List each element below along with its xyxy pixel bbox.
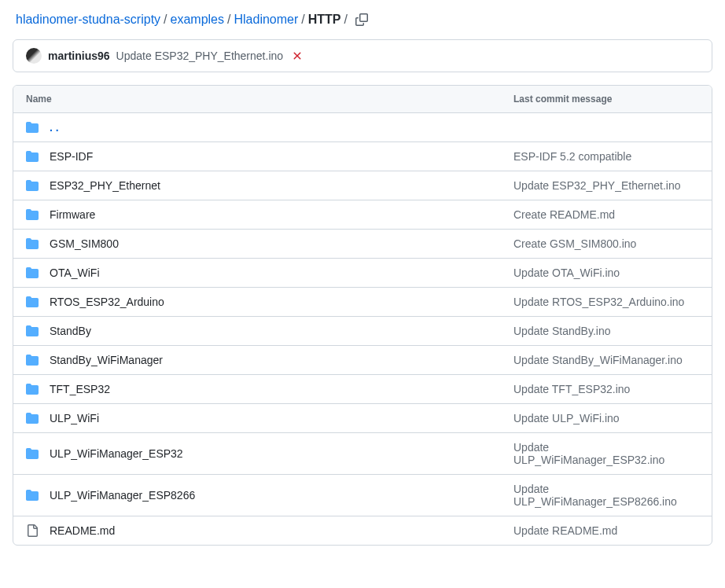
table-row[interactable]: ESP32_PHY_EthernetUpdate ESP32_PHY_Ether… — [13, 171, 712, 200]
latest-commit-bar[interactable]: martinius96 Update ESP32_PHY_Ethernet.in… — [13, 39, 712, 72]
table-row[interactable]: TFT_ESP32Update TFT_ESP32.ino — [13, 375, 712, 404]
column-header-commit: Last commit message — [513, 94, 699, 105]
folder-icon — [26, 150, 39, 163]
item-name: . . — [50, 121, 59, 134]
folder-icon — [26, 179, 39, 192]
folder-icon — [26, 208, 39, 221]
item-name[interactable]: StandBy_WiFiManager — [50, 354, 163, 366]
breadcrumb-separator: / — [344, 13, 348, 27]
table-row[interactable]: RTOS_ESP32_ArduinoUpdate RTOS_ESP32_Ardu… — [13, 288, 712, 317]
folder-icon — [26, 296, 39, 308]
commit-message[interactable]: Update ESP32_PHY_Ethernet.ino — [116, 50, 283, 62]
item-name[interactable]: GSM_SIM800 — [50, 237, 119, 250]
table-row[interactable]: StandByUpdate StandBy.ino — [13, 317, 712, 346]
folder-icon — [26, 489, 39, 502]
breadcrumb-separator: / — [164, 13, 167, 27]
table-row[interactable]: FirmwareCreate README.md — [13, 200, 712, 230]
commit-author[interactable]: martinius96 — [48, 50, 110, 62]
item-name[interactable]: README.md — [50, 524, 115, 537]
table-row[interactable]: GSM_SIM800Create GSM_SIM800.ino — [13, 230, 712, 259]
folder-icon — [26, 412, 39, 424]
table-row[interactable]: ULP_WiFiUpdate ULP_WiFi.ino — [13, 404, 712, 433]
commit-message-cell[interactable]: Update RTOS_ESP32_Arduino.ino — [513, 296, 699, 308]
breadcrumb-separator: / — [227, 13, 230, 27]
commit-message-cell[interactable]: Update StandBy.ino — [513, 325, 699, 337]
commit-message-cell[interactable]: Update ULP_WiFi.ino — [513, 412, 699, 424]
table-row[interactable]: StandBy_WiFiManagerUpdate StandBy_WiFiMa… — [13, 346, 712, 375]
folder-icon — [26, 447, 39, 460]
table-row[interactable]: ULP_WiFiManager_ESP8266Update ULP_WiFiMa… — [13, 475, 712, 516]
item-name[interactable]: RTOS_ESP32_Arduino — [50, 296, 164, 308]
table-row[interactable]: README.mdUpdate README.md — [13, 516, 712, 545]
commit-message-cell[interactable]: Update StandBy_WiFiManager.ino — [513, 354, 699, 366]
breadcrumb-current: HTTP — [308, 13, 341, 27]
folder-icon — [26, 237, 39, 250]
table-row[interactable]: OTA_WiFiUpdate OTA_WiFi.ino — [13, 259, 712, 288]
folder-icon — [26, 266, 39, 279]
status-fail-icon[interactable] — [291, 50, 304, 62]
avatar[interactable] — [26, 48, 42, 64]
item-name[interactable]: StandBy — [50, 325, 91, 337]
commit-message-cell[interactable]: Create GSM_SIM800.ino — [513, 237, 699, 250]
breadcrumb-link[interactable]: examples — [171, 13, 224, 27]
table-row[interactable]: ULP_WiFiManager_ESP32Update ULP_WiFiMana… — [13, 433, 712, 475]
commit-message-cell[interactable]: Update ESP32_PHY_Ethernet.ino — [513, 179, 699, 192]
breadcrumb: hladinomer-studna-scripty / examples / H… — [13, 13, 712, 27]
breadcrumb-separator: / — [301, 13, 304, 27]
folder-icon — [26, 121, 39, 134]
commit-message-cell[interactable]: Update README.md — [513, 524, 699, 537]
item-name[interactable]: Firmware — [50, 208, 95, 221]
commit-message-cell[interactable]: Create README.md — [513, 208, 699, 221]
commit-message-cell[interactable]: ESP-IDF 5.2 compatible — [513, 150, 699, 163]
folder-icon — [26, 325, 39, 337]
table-row[interactable]: ESP-IDFESP-IDF 5.2 compatible — [13, 142, 712, 171]
commit-message-cell[interactable]: Update ULP_WiFiManager_ESP32.ino — [513, 441, 699, 466]
commit-message-cell[interactable]: Update ULP_WiFiManager_ESP8266.ino — [513, 483, 699, 508]
item-name[interactable]: OTA_WiFi — [50, 266, 100, 279]
item-name[interactable]: ULP_WiFi — [50, 412, 99, 424]
folder-icon — [26, 354, 39, 366]
item-name[interactable]: ULP_WiFiManager_ESP8266 — [50, 489, 195, 502]
commit-message-cell[interactable]: Update OTA_WiFi.ino — [513, 266, 699, 279]
commit-message-cell[interactable]: Update TFT_ESP32.ino — [513, 383, 699, 395]
item-name[interactable]: ULP_WiFiManager_ESP32 — [50, 447, 183, 460]
table-header: Name Last commit message — [13, 86, 712, 113]
item-name[interactable]: ESP32_PHY_Ethernet — [50, 179, 160, 192]
item-name[interactable]: ESP-IDF — [50, 150, 93, 163]
folder-icon — [26, 383, 39, 395]
breadcrumb-link[interactable]: Hladinomer — [234, 13, 298, 27]
item-name[interactable]: TFT_ESP32 — [50, 383, 110, 395]
file-icon — [26, 524, 39, 537]
copy-icon[interactable] — [355, 13, 368, 26]
column-header-name: Name — [26, 94, 513, 105]
breadcrumb-link[interactable]: hladinomer-studna-scripty — [16, 13, 160, 27]
parent-directory-row[interactable]: . . — [13, 113, 712, 142]
file-list: Name Last commit message . .ESP-IDFESP-I… — [13, 85, 712, 546]
